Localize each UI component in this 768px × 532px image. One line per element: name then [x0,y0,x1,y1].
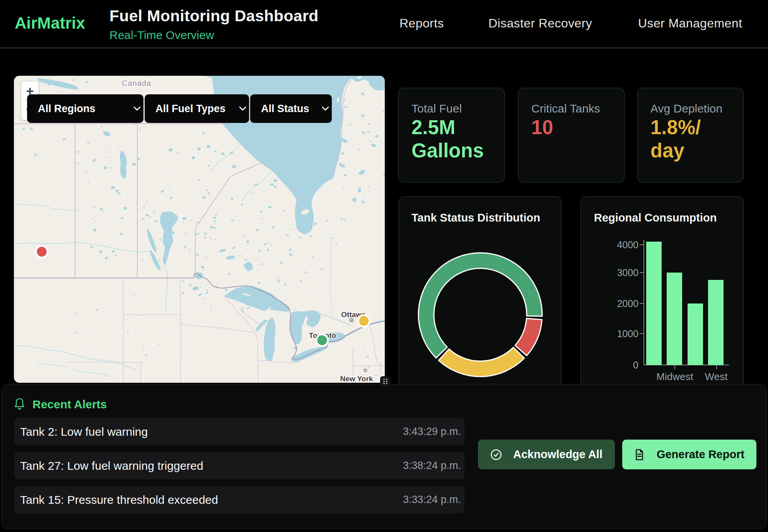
svg-text:2000: 2000 [617,298,638,309]
svg-text:4000: 4000 [617,239,638,250]
svg-text:1000: 1000 [617,328,638,339]
svg-text:3000: 3000 [617,267,638,278]
svg-text:0: 0 [633,360,638,370]
svg-text:West: West [705,371,728,382]
svg-text:Canada: Canada [122,79,151,87]
svg-text:Midwest: Midwest [656,371,693,382]
svg-text:New York: New York [340,375,373,383]
